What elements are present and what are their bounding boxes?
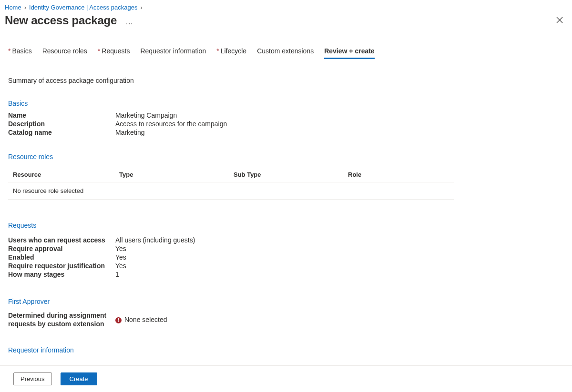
empty-state-text: No resource role selected [8, 182, 454, 200]
breadcrumb-identity-governance[interactable]: Identity Governance | Access packages [29, 4, 137, 11]
kv-key-name: Name [8, 111, 115, 120]
resource-roles-table: Resource Type Sub Type Role No resource … [8, 167, 454, 200]
tab-resource-roles[interactable]: Resource roles [42, 47, 87, 59]
kv-row: Enabled Yes [8, 253, 564, 261]
kv-key-who: Users who can request access [8, 236, 115, 244]
chevron-right-icon: › [140, 4, 142, 11]
kv-key-catalog: Catalog name [8, 128, 115, 137]
content-area: Summary of access package configuration … [0, 59, 572, 365]
create-button[interactable]: Create [61, 372, 97, 385]
kv-val-name: Marketing Campaign [115, 111, 177, 120]
kv-key-description: Description [8, 120, 115, 128]
section-link-first-approver[interactable]: First Approver [8, 298, 50, 305]
approver-value-text: None selected [124, 316, 167, 323]
chevron-right-icon: › [24, 4, 26, 11]
col-type: Type [115, 167, 230, 182]
col-subtype: Sub Type [230, 167, 344, 182]
kv-val-catalog: Marketing [115, 128, 144, 137]
close-button[interactable] [553, 13, 566, 27]
section-link-basics[interactable]: Basics [8, 100, 28, 107]
kv-val-description: Access to resources for the campaign [115, 120, 227, 128]
kv-row: Users who can request access All users (… [8, 236, 564, 244]
kv-val-enabled: Yes [115, 253, 126, 261]
kv-key-approval: Require approval [8, 244, 115, 253]
breadcrumb: Home › Identity Governance | Access pack… [0, 0, 572, 11]
kv-row: Description Access to resources for the … [8, 120, 564, 128]
kv-row: Catalog name Marketing [8, 128, 564, 137]
kv-row: Determined during assignment requests by… [8, 311, 564, 328]
tab-custom-extensions[interactable]: Custom extensions [257, 47, 314, 59]
tab-review-create[interactable]: Review + create [324, 47, 374, 59]
section-link-requestor-information[interactable]: Requestor information [8, 346, 74, 354]
header-left: New access package … [5, 13, 133, 27]
summary-text: Summary of access package configuration [8, 77, 564, 84]
tab-lifecycle[interactable]: Lifecycle [216, 47, 246, 59]
footer-bar: Previous Create [0, 365, 572, 392]
col-role: Role [344, 167, 454, 182]
kv-row: Require approval Yes [8, 244, 564, 253]
table-row: No resource role selected [8, 182, 454, 200]
page-title: New access package [5, 14, 117, 27]
kv-row: Name Marketing Campaign [8, 111, 564, 120]
wizard-tabs: Basics Resource roles Requests Requestor… [0, 47, 572, 59]
kv-key-enabled: Enabled [8, 253, 115, 261]
questions-subheading: Questions [8, 364, 564, 365]
kv-val-approver: !None selected [115, 315, 167, 324]
kv-key-justification: Require requestor justification [8, 261, 115, 270]
kv-row: Require requestor justification Yes [8, 261, 564, 270]
tab-requestor-information[interactable]: Requestor information [140, 47, 206, 59]
kv-key-stages: How many stages [8, 270, 115, 279]
breadcrumb-home[interactable]: Home [5, 4, 21, 11]
kv-key-approver: Determined during assignment requests by… [8, 311, 115, 328]
section-link-requests[interactable]: Requests [8, 221, 36, 229]
close-icon [556, 17, 563, 23]
kv-row: How many stages 1 [8, 270, 564, 279]
col-resource: Resource [8, 167, 115, 182]
kv-val-approval: Yes [115, 244, 126, 253]
kv-val-justification: Yes [115, 261, 126, 270]
section-link-resource-roles[interactable]: Resource roles [8, 153, 53, 161]
tab-requests[interactable]: Requests [98, 47, 130, 59]
page-header: New access package … [0, 11, 572, 27]
kv-val-stages: 1 [115, 270, 119, 279]
tab-basics[interactable]: Basics [8, 47, 32, 59]
more-actions-button[interactable]: … [125, 14, 133, 26]
previous-button[interactable]: Previous [13, 372, 52, 385]
kv-val-who: All users (including guests) [115, 236, 195, 244]
warning-icon: ! [115, 317, 122, 323]
